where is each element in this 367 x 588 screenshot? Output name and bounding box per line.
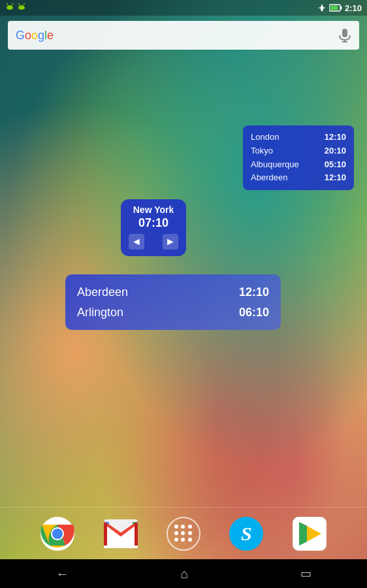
time-arlington: 06:10: [239, 302, 269, 323]
clock-widget-small[interactable]: London 12:10 Tokyo 20:10 Albuquerque 05:…: [243, 125, 354, 190]
newyork-next-button[interactable]: ►: [163, 234, 178, 250]
home-button[interactable]: ⌂: [180, 566, 188, 581]
android-icon-1: [5, 3, 14, 12]
battery-icon: [329, 4, 342, 12]
svg-line-2: [7, 3, 8, 5]
clock-row-tokyo: Tokyo 20:10: [251, 144, 346, 158]
apps-grid-icon[interactable]: [167, 517, 200, 551]
svg-line-7: [24, 3, 25, 5]
svg-rect-10: [330, 6, 338, 10]
recents-button[interactable]: ▭: [300, 566, 311, 581]
time-london: 12:10: [325, 131, 346, 144]
status-time: 2:10: [345, 3, 362, 13]
mic-icon[interactable]: [338, 29, 351, 42]
play-store-app-icon[interactable]: [293, 517, 327, 551]
newyork-arrows: ◄ ►: [129, 234, 178, 250]
aberdeen-row: Aberdeen 12:10: [77, 282, 269, 302]
aberdeen-widget[interactable]: Aberdeen 12:10 Arlington 06:10: [65, 274, 281, 330]
time-aberdeen-small: 12:10: [325, 171, 346, 185]
time-tokyo: 20:10: [325, 144, 346, 158]
dock: S: [0, 507, 367, 559]
time-albuquerque: 05:10: [325, 158, 346, 172]
back-button[interactable]: ←: [56, 566, 69, 581]
google-logo: Google: [16, 29, 54, 42]
status-left-icons: [5, 3, 26, 12]
city-arlington: Arlington: [77, 302, 123, 323]
clock-row-albuquerque: Albuquerque 05:10: [251, 158, 346, 172]
nav-bar: ← ⌂ ▭: [0, 559, 367, 588]
airplane-icon: [317, 3, 327, 12]
city-aberdeen-small: Aberdeen: [251, 171, 287, 185]
newyork-widget[interactable]: New York 07:10 ◄ ►: [121, 199, 186, 256]
svg-rect-23: [135, 523, 138, 546]
city-london: London: [251, 131, 279, 144]
city-albuquerque: Albuquerque: [251, 158, 299, 172]
newyork-city-label: New York: [129, 204, 178, 215]
android-icon-2: [17, 3, 26, 12]
status-bar: 2:10: [0, 0, 367, 16]
newyork-time: 07:10: [129, 216, 178, 230]
svg-rect-9: [340, 7, 342, 10]
skype-s-letter: S: [241, 523, 252, 545]
google-search-bar[interactable]: Google: [8, 21, 359, 50]
city-aberdeen: Aberdeen: [77, 282, 128, 302]
city-tokyo: Tokyo: [251, 144, 273, 158]
svg-rect-22: [104, 523, 107, 546]
apps-dots-grid: [174, 525, 193, 543]
svg-line-3: [12, 3, 13, 5]
svg-line-6: [18, 3, 20, 5]
skype-app-icon[interactable]: S: [229, 517, 263, 551]
svg-rect-11: [342, 29, 347, 37]
arlington-row: Arlington 06:10: [77, 302, 269, 323]
clock-row-london: London 12:10: [251, 131, 346, 144]
status-right-icons: 2:10: [317, 3, 362, 13]
svg-point-17: [52, 529, 63, 539]
gmail-app-icon[interactable]: [104, 517, 138, 551]
time-aberdeen: 12:10: [239, 282, 269, 302]
newyork-prev-button[interactable]: ◄: [129, 234, 144, 250]
clock-row-aberdeen-small: Aberdeen 12:10: [251, 171, 346, 185]
chrome-app-icon[interactable]: [40, 517, 74, 551]
